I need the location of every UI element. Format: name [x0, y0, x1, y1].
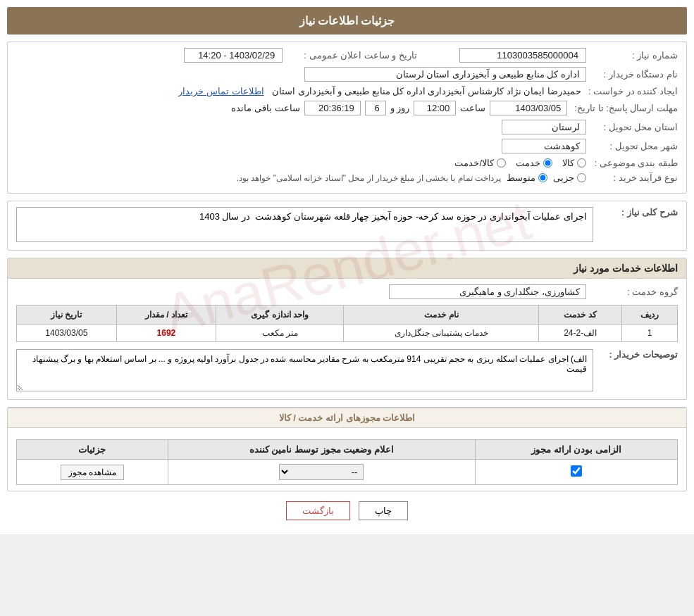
purchase-motavasset[interactable]: متوسط — [507, 172, 547, 183]
cell-row-num: 1 — [622, 325, 678, 342]
category-khadamat[interactable]: خدمت — [516, 158, 552, 168]
back-button-label: بازگشت — [302, 505, 334, 516]
deadline-row: مهلت ارسال پاسخ: تا تاریخ: 1403/03/05 سا… — [16, 101, 678, 115]
permit-status-cell: -- — [168, 460, 475, 485]
purchase-jozvi-label: جزیی — [553, 172, 574, 183]
buyer-org-value-group: اداره کل منابع طبیعی و آبخیزداری استان ل… — [16, 67, 586, 82]
category-kala-khadamat-label: کالا/خدمت — [454, 158, 494, 168]
purchase-jozvi-radio[interactable] — [577, 173, 586, 182]
category-kala-khadamat-radio[interactable] — [497, 158, 506, 168]
need-number-label: شماره نیاز : — [586, 50, 678, 61]
general-need-description[interactable] — [16, 207, 593, 242]
cell-date: 1403/03/05 — [17, 325, 117, 342]
general-need-desc-wrap — [16, 207, 593, 244]
purchase-type-options: جزیی متوسط پرداخت تمام یا بخشی از مبلغ خ… — [16, 172, 586, 183]
permit-table-body: -- مشاهده مجوز — [17, 460, 678, 485]
permit-status-select[interactable]: -- — [279, 464, 364, 480]
permit-details-cell: مشاهده مجوز — [17, 460, 168, 485]
category-options-group: کالا خدمت کالا/خدمت — [16, 158, 586, 168]
table-row: 1 الف-2-24 خدمات پشتیبانی جنگل‌داری متر … — [17, 325, 678, 342]
buyer-desc-wrap — [16, 349, 593, 394]
col-unit: واحد اندازه گیری — [216, 306, 344, 325]
category-kala-khadamat[interactable]: کالا/خدمت — [454, 158, 506, 168]
delivery-city-value-group: کوهدشت — [16, 139, 586, 153]
footer-buttons: چاپ بازگشت — [7, 501, 687, 520]
general-need-label: شرح کلی نیاز : — [600, 207, 678, 218]
delivery-city-row: شهر محل تحویل : کوهدشت — [16, 139, 678, 153]
category-radio-group: کالا خدمت کالا/خدمت — [16, 158, 586, 168]
creator-row: ایجاد کننده در خواست : حمیدرضا ایمان نژا… — [16, 86, 678, 96]
deadline-values: 1403/03/05 ساعت 12:00 روز و 6 20:36:19 س… — [16, 101, 567, 115]
delivery-province-value-group: لرستان — [16, 120, 586, 134]
purchase-type-label: نوع فرآیند خرید : — [586, 172, 678, 183]
buyer-org-value: اداره کل منابع طبیعی و آبخیزداری استان ل… — [304, 67, 586, 82]
main-header-title: جزئیات اطلاعات نیاز — [299, 15, 395, 27]
permit-section-header: اطلاعات مجوزهای ارائه خدمت / کالا — [8, 408, 686, 428]
general-need-body: شرح کلی نیاز : — [8, 201, 686, 250]
cell-service-code: الف-2-24 — [539, 325, 622, 342]
category-kala-label: کالا — [562, 158, 574, 168]
deadline-time-label: ساعت — [460, 103, 485, 113]
permit-table-head: الزامی بودن ارائه مجوز اعلام وضعیت مجوز … — [17, 440, 678, 460]
deadline-days-label: روز و — [390, 103, 410, 113]
announce-datetime-label: تاریخ و ساعت اعلان عمومی : — [297, 50, 417, 61]
purchase-motavasset-label: متوسط — [507, 172, 535, 183]
deadline-label: مهلت ارسال پاسخ: تا تاریخ: — [567, 103, 678, 113]
permit-col-details: جزئیات — [17, 440, 168, 460]
services-table-head: ردیف کد خدمت نام خدمت واحد اندازه گیری ت… — [17, 306, 678, 325]
creator-contact-link[interactable]: اطلاعات تماس خریدار — [178, 86, 264, 96]
buyer-desc-row: توصیحات خریدار : — [16, 349, 678, 394]
general-info-section: شماره نیاز : 1103003585000004 تاریخ و سا… — [7, 42, 687, 194]
delivery-province-label: استان محل تحویل : — [586, 122, 678, 132]
permit-required-cell — [475, 460, 677, 485]
services-section-header: اطلاعات خدمات مورد نیاز — [8, 258, 686, 279]
category-kala-radio[interactable] — [577, 158, 586, 168]
buyer-desc-label: توصیحات خریدار : — [600, 349, 678, 360]
permit-table: الزامی بودن ارائه مجوز اعلام وضعیت مجوز … — [16, 439, 678, 485]
deadline-remaining-label: ساعت باقی مانده — [231, 103, 299, 113]
delivery-city-label: شهر محل تحویل : — [586, 141, 678, 151]
delivery-city-value: کوهدشت — [502, 139, 586, 153]
purchase-jozvi[interactable]: جزیی — [553, 172, 586, 183]
permit-show-button[interactable]: مشاهده مجوز — [61, 465, 124, 480]
category-khadamat-label: خدمت — [516, 158, 540, 168]
permit-required-checkbox[interactable] — [571, 465, 582, 477]
service-group-label: گروه خدمت : — [586, 287, 678, 297]
service-group-row: گروه خدمت : کشاورزی، جنگلداری و ماهیگیری — [16, 284, 678, 299]
permit-col-required: الزامی بودن ارائه مجوز — [475, 440, 677, 460]
creator-label: ایجاد کننده در خواست : — [581, 86, 678, 96]
purchase-type-desc: پرداخت تمام یا بخشی از مبلغ خریدار از مح… — [237, 173, 501, 183]
deadline-time: 12:00 — [414, 101, 456, 115]
buyer-org-row: نام دستگاه خریدار : اداره کل منابع طبیعی… — [16, 67, 678, 82]
buyer-description[interactable] — [16, 349, 593, 391]
delivery-province-value: لرستان — [502, 120, 586, 134]
need-number-value: 1103003585000004 — [459, 48, 586, 63]
deadline-days: 6 — [365, 101, 386, 115]
cell-service-name: خدمات پشتیبانی جنگل‌داری — [344, 325, 539, 342]
deadline-remaining: 20:36:19 — [304, 101, 361, 115]
permit-col-status: اعلام وضعیت مجوز توسط نامین کننده — [168, 440, 475, 460]
services-table: ردیف کد خدمت نام خدمت واحد اندازه گیری ت… — [16, 305, 678, 342]
announce-datetime-value: 1403/02/29 - 14:20 — [184, 48, 283, 63]
cell-unit: متر مکعب — [216, 325, 344, 342]
purchase-type-row: نوع فرآیند خرید : جزیی متوسط پرداخت تمام… — [16, 172, 678, 183]
table-row: -- مشاهده مجوز — [17, 460, 678, 485]
purchase-motavasset-radio[interactable] — [538, 173, 547, 182]
category-kala[interactable]: کالا — [562, 158, 586, 168]
col-service-code: کد خدمت — [539, 306, 622, 325]
col-date: تاریخ نیاز — [17, 306, 117, 325]
creator-value: حمیدرضا ایمان نژاد کارشناس آبخیزداری ادا… — [272, 86, 581, 96]
services-table-header-row: ردیف کد خدمت نام خدمت واحد اندازه گیری ت… — [17, 306, 678, 325]
col-service-name: نام خدمت — [344, 306, 539, 325]
permit-show-button-label: مشاهده مجوز — [68, 467, 116, 477]
services-table-body: 1 الف-2-24 خدمات پشتیبانی جنگل‌داری متر … — [17, 325, 678, 342]
back-button[interactable]: بازگشت — [286, 501, 350, 520]
delivery-province-row: استان محل تحویل : لرستان — [16, 120, 678, 134]
deadline-date: 1403/03/05 — [490, 101, 567, 115]
creator-value-group: حمیدرضا ایمان نژاد کارشناس آبخیزداری ادا… — [16, 86, 581, 96]
general-need-section: شرح کلی نیاز : — [7, 201, 687, 251]
permit-section: اطلاعات مجوزهای ارائه خدمت / کالا الزامی… — [7, 407, 687, 491]
category-khadamat-radio[interactable] — [543, 158, 552, 168]
print-button[interactable]: چاپ — [359, 501, 408, 520]
category-row: طبقه بندی موضوعی : کالا خدمت — [16, 158, 678, 168]
